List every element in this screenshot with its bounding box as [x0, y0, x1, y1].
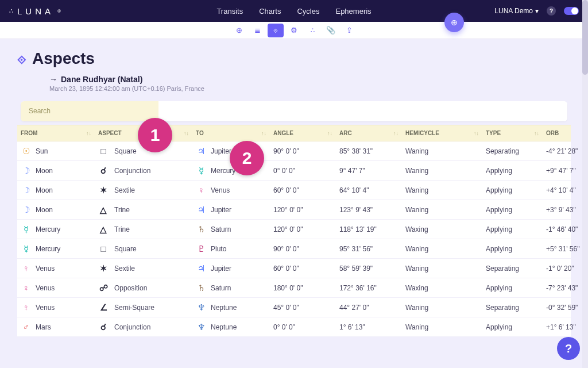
sort-icon: ↑↓	[393, 131, 399, 136]
aspects-icon[interactable]: ⟐	[268, 24, 284, 37]
scrollbar[interactable]	[582, 0, 588, 368]
planet-icon: ♃	[196, 146, 206, 156]
table-row[interactable]: ♀Venus∠Semi-Square♆Neptune45° 0' 0"44° 2…	[17, 298, 571, 317]
aspect-icon: ☌	[98, 166, 109, 176]
cell-to: ♇Pluto	[192, 240, 270, 258]
cell-aspect: ☌Conjunction	[95, 318, 192, 336]
aspect-icon: ☍	[98, 283, 109, 293]
sort-icon: ↑↓	[261, 131, 266, 136]
help-icon[interactable]: ?	[547, 6, 556, 16]
cell-type: Applying	[482, 182, 543, 198]
sort-icon: ↑↓	[534, 131, 539, 136]
cell-type: Separating	[482, 300, 543, 316]
table-row[interactable]: ☿Mercury□Square♇Pluto90° 0' 0"95° 31' 56…	[17, 239, 571, 259]
arrow-right-icon: →	[49, 75, 57, 84]
col-orb[interactable]: ORB↑↓	[543, 125, 588, 141]
cell-from: ☽Moon	[17, 181, 95, 200]
cell-angle: 120° 0' 0"	[270, 221, 336, 237]
attach-icon[interactable]: 📎	[323, 24, 339, 37]
nav-links: Transits Charts Cycles Ephemeris	[216, 7, 371, 16]
cell-type: Applying	[482, 319, 543, 335]
table-row[interactable]: ☽Moon✶Sextile♀Venus60° 0' 0"64° 10' 4"Wa…	[17, 181, 571, 200]
table-row[interactable]: ♀Venus✶Sextile♃Jupiter60° 0' 0"58° 59' 3…	[17, 259, 571, 278]
cell-angle: 60° 0' 0"	[270, 182, 336, 198]
cell-angle: 60° 0' 0"	[270, 260, 336, 277]
cell-orb: +4° 10' 4"	[543, 182, 588, 198]
col-type[interactable]: TYPE↑↓	[482, 125, 543, 141]
help-fab[interactable]: ?	[557, 337, 580, 360]
cell-hemicycle: Waning	[402, 300, 482, 316]
cell-type: Separating	[482, 143, 543, 159]
cell-from: ☉Sun	[17, 142, 95, 160]
cell-to: ♄Saturn	[192, 279, 270, 297]
col-to[interactable]: TO↑↓	[192, 125, 270, 141]
table-row[interactable]: ☉Sun□Square♃Jupiter90° 0' 0"85° 38' 31"W…	[17, 141, 571, 161]
cell-arc: 64° 10' 4"	[336, 182, 402, 198]
gear-icon[interactable]: ⚙	[286, 24, 302, 37]
table-row[interactable]: ♀Venus☍Opposition♄Saturn180° 0' 0"172° 3…	[17, 278, 571, 298]
sort-icon: ↑↓	[184, 131, 189, 136]
cell-arc: 44° 27' 0"	[336, 300, 402, 316]
toolbar: ⊕ ≣ ⟐ ⚙ ⛬ 📎 ⇪ ⊕	[0, 22, 588, 39]
user-dropdown[interactable]: LUNA Demo ▾	[494, 7, 539, 15]
globe-icon[interactable]: ⊕	[231, 24, 247, 37]
aspect-icon: ☌	[98, 322, 109, 332]
planet-icon: ☽	[21, 166, 31, 176]
subject-block: → Dane Rudhyar (Natal) March 23, 1895 12…	[49, 75, 571, 92]
cell-angle: 180° 0' 0"	[270, 280, 336, 296]
cell-arc: 172° 36' 16"	[336, 280, 402, 296]
logo-dots-icon: ∴	[9, 7, 14, 15]
col-from[interactable]: FROM↑↓	[17, 125, 95, 141]
table-row[interactable]: ☽Moon☌Conjunction☿Mercury0° 0' 0"9° 47' …	[17, 161, 571, 181]
cell-aspect: △Trine	[95, 201, 192, 219]
cell-orb: -0° 32' 59"	[543, 300, 588, 316]
user-label: LUNA Demo	[494, 7, 533, 15]
nav-charts[interactable]: Charts	[259, 7, 281, 16]
cell-from: ☿Mercury	[17, 220, 95, 239]
cell-angle: 45° 0' 0"	[270, 300, 336, 316]
callout-2: 2	[230, 141, 264, 175]
chart-icon[interactable]: ⛬	[304, 24, 320, 37]
share-icon[interactable]: ⇪	[341, 24, 357, 37]
nav-transits[interactable]: Transits	[216, 7, 243, 16]
cell-orb: +3° 9' 43"	[543, 202, 588, 218]
col-hemicycle[interactable]: HEMICYCLE↑↓	[402, 125, 482, 141]
planet-icon: ♃	[196, 263, 206, 274]
col-arc[interactable]: ARC↑↓	[336, 125, 402, 141]
add-button[interactable]: ⊕	[444, 13, 464, 32]
cell-from: ♀Venus	[17, 279, 95, 297]
nav-ephemeris[interactable]: Ephemeris	[335, 7, 371, 16]
cell-arc: 9° 47' 7"	[336, 163, 402, 179]
aspect-icon: ∠	[98, 302, 109, 313]
scroll-thumb[interactable]	[582, 0, 588, 75]
cell-aspect: ✶Sextile	[95, 181, 192, 200]
aspect-icon: ✶	[98, 185, 109, 195]
brand-text: LUNA	[17, 6, 54, 16]
page-head: ⟐ Aspects	[17, 49, 571, 68]
cell-orb: +5° 31' 56"	[543, 241, 588, 257]
search-input[interactable]	[158, 101, 567, 121]
callout-1: 1	[138, 118, 172, 152]
cell-orb: -4° 21' 28"	[543, 143, 588, 159]
cell-to: ♆Neptune	[192, 298, 270, 317]
search-label: Search	[21, 101, 158, 121]
cell-arc: 123° 9' 43"	[336, 202, 402, 218]
planet-icon: ☿	[21, 224, 31, 235]
aspects-page-icon: ⟐	[17, 50, 26, 68]
cell-type: Applying	[482, 241, 543, 257]
theme-toggle[interactable]	[564, 7, 579, 15]
table-row[interactable]: ♂Mars☌Conjunction♆Neptune0° 0' 0"1° 6' 1…	[17, 317, 571, 337]
cell-arc: 85° 38' 31"	[336, 143, 402, 159]
aspect-icon: △	[98, 224, 109, 235]
col-angle[interactable]: ANGLE↑↓	[270, 125, 336, 141]
cell-arc: 95° 31' 56"	[336, 241, 402, 257]
nav-cycles[interactable]: Cycles	[297, 7, 319, 16]
planet-icon: ☿	[196, 166, 206, 176]
layers-icon[interactable]: ≣	[249, 24, 265, 37]
cell-angle: 90° 0' 0"	[270, 241, 336, 257]
table-row[interactable]: ☿Mercury△Trine♄Saturn120° 0' 0"118° 13' …	[17, 220, 571, 239]
table-row[interactable]: ☽Moon△Trine♃Jupiter120° 0' 0"123° 9' 43"…	[17, 200, 571, 220]
aspects-table: FROM↑↓ ASPECT↑↓ TO↑↓ ANGLE↑↓ ARC↑↓ HEMIC…	[17, 125, 571, 337]
planet-icon: ♃	[196, 205, 206, 215]
cell-from: ♂Mars	[17, 318, 95, 336]
